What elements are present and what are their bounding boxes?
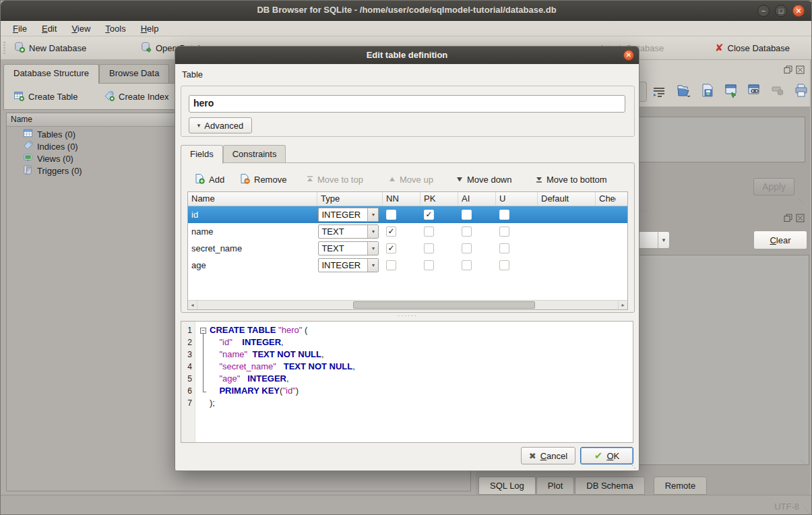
dock-close-icon[interactable] (796, 65, 805, 74)
cancel-button[interactable]: ✖ Cancel (521, 447, 575, 464)
checkbox-pk[interactable] (424, 243, 434, 253)
close-database-button[interactable]: ✘ Close Database (712, 39, 792, 57)
checkbox-nn[interactable] (386, 210, 396, 220)
field-type-combo[interactable]: INTEGER▾ (318, 208, 379, 222)
checkbox-ai[interactable] (462, 226, 472, 237)
remove-field-button[interactable]: Remove (237, 171, 289, 187)
advanced-button[interactable]: ▾ Advanced (189, 117, 252, 133)
checkbox-ai[interactable] (462, 260, 472, 270)
field-name-cell[interactable]: name (188, 226, 317, 237)
dialog-title: Edit table definition (175, 50, 639, 60)
move-to-bottom-button[interactable]: Move to bottom (533, 171, 610, 187)
checkbox-nn[interactable]: ✓ (386, 243, 396, 253)
print-icon[interactable] (794, 83, 809, 100)
close-icon[interactable]: ✕ (792, 5, 805, 17)
link-icon[interactable] (747, 83, 762, 100)
export-icon[interactable] (700, 83, 715, 100)
ok-button[interactable]: ✔ OK (580, 447, 633, 464)
checkbox-u[interactable] (499, 243, 509, 253)
scroll-right-icon[interactable]: ▸ (618, 301, 627, 309)
window-resize-grip[interactable]: ⋱ (804, 507, 811, 514)
window-titlebar[interactable]: DB Browser for SQLite - /home/user/code/… (1, 1, 812, 21)
checkbox-pk[interactable] (424, 226, 434, 237)
field-type-combo[interactable]: INTEGER▾ (318, 258, 379, 272)
checkbox-pk[interactable]: ✓ (424, 210, 434, 220)
menu-view[interactable]: View (65, 22, 97, 35)
sql-line: "name" TEXT NOT NULL, (210, 349, 633, 361)
statusbar: UTF-8 ⋱ (1, 495, 812, 515)
col-header-name[interactable]: Name (188, 192, 317, 206)
col-header-nn[interactable]: NN (383, 192, 420, 206)
dock-resize-grip[interactable]: ⋱ (798, 198, 805, 205)
menu-tools[interactable]: Tools (98, 22, 132, 35)
horizontal-scrollbar[interactable]: ◂ ▸ (188, 300, 627, 309)
dialog-resize-grip[interactable]: ⋱ (629, 462, 636, 469)
bottom-tab-sql-log[interactable]: SQL Log (478, 477, 536, 495)
fields-grid-body: idINTEGER▾✓nameTEXT▾✓secret_nameTEXT▾✓ag… (188, 206, 627, 274)
dock-float-icon[interactable] (784, 65, 792, 74)
field-row-id[interactable]: idINTEGER▾✓ (188, 206, 627, 223)
checkbox-pk[interactable] (424, 260, 434, 270)
field-type-combo[interactable]: TEXT▾ (318, 241, 379, 255)
field-name-cell[interactable]: secret_name (188, 243, 317, 253)
checkbox-u[interactable] (499, 210, 509, 220)
dialog-close-icon[interactable]: ✕ (623, 50, 634, 61)
scroll-left-icon[interactable]: ◂ (188, 301, 197, 309)
field-row-age[interactable]: ageINTEGER▾ (188, 257, 627, 274)
col-header-pk[interactable]: PK (420, 192, 458, 206)
open-database-icon (141, 42, 152, 55)
bottom-tab-remote[interactable]: Remote (654, 477, 708, 495)
create-table-button[interactable]: Create Table (9, 88, 82, 105)
checkbox-ai[interactable] (462, 210, 472, 220)
scrollbar-thumb[interactable] (353, 301, 535, 309)
field-name-cell[interactable]: age (188, 260, 317, 270)
move-down-icon (456, 175, 463, 185)
fold-collapse-icon[interactable]: − (200, 328, 206, 334)
field-row-name[interactable]: nameTEXT▾✓ (188, 223, 627, 240)
checkbox-ai[interactable] (462, 243, 472, 253)
fields-grid-header: Name Type NN PK AI U Default Check (188, 192, 627, 206)
clear-button[interactable]: Clear (753, 231, 807, 249)
tab-database-structure[interactable]: Database Structure (3, 64, 99, 84)
bottom-tab-plot[interactable]: Plot (536, 477, 574, 495)
col-header-u[interactable]: U (496, 192, 538, 206)
field-name-cell[interactable]: id (188, 210, 317, 220)
tab-browse-data[interactable]: Browse Data (99, 64, 169, 83)
add-field-button[interactable]: Add (191, 171, 227, 187)
dialog-titlebar[interactable]: Edit table definition ✕ (175, 47, 639, 64)
field-type-combo[interactable]: TEXT▾ (318, 224, 379, 239)
dock-close-icon[interactable] (796, 214, 805, 222)
create-index-button[interactable]: Create Index (100, 88, 173, 105)
move-down-button[interactable]: Move down (454, 171, 514, 187)
maximize-icon[interactable]: □ (775, 5, 787, 17)
minimize-icon[interactable]: − (757, 5, 770, 17)
dock-resize-grip[interactable]: ⋱ (801, 459, 807, 466)
new-database-button[interactable]: New Database (11, 39, 89, 57)
col-header-type[interactable]: Type (317, 192, 383, 206)
menu-edit[interactable]: Edit (35, 22, 63, 35)
checkbox-nn[interactable] (386, 260, 396, 270)
move-up-icon (389, 175, 396, 185)
menu-file[interactable]: File (6, 22, 34, 35)
move-up-button: Move up (386, 171, 436, 187)
open-in-window-icon[interactable] (724, 83, 739, 100)
menu-help[interactable]: Help (134, 22, 166, 35)
checkbox-nn[interactable]: ✓ (386, 226, 396, 237)
col-header-ai[interactable]: AI (458, 192, 496, 206)
sql-preview-editor[interactable]: 1234567 − CREATE TABLE "hero" ( "id" INT… (181, 321, 633, 443)
bottom-tab-db-schema[interactable]: DB Schema (575, 477, 644, 495)
field-row-secret_name[interactable]: secret_nameTEXT▾✓ (188, 240, 627, 257)
dialog-splitter-handle[interactable]: ······ (175, 312, 640, 319)
dock-float-icon[interactable] (784, 214, 792, 222)
checkbox-u[interactable] (499, 226, 509, 237)
checkbox-u[interactable] (499, 260, 509, 270)
import-icon[interactable] (676, 83, 691, 100)
tab-fields[interactable]: Fields (181, 145, 223, 164)
table-name-input[interactable]: hero (189, 95, 625, 113)
word-wrap-icon[interactable] (652, 86, 666, 100)
toolbar-grip[interactable] (3, 42, 5, 55)
col-header-default[interactable]: Default (538, 192, 596, 206)
chevron-down-icon: ▾ (367, 208, 378, 221)
col-header-check[interactable]: Check (596, 192, 616, 206)
tab-constraints[interactable]: Constraints (223, 145, 286, 163)
